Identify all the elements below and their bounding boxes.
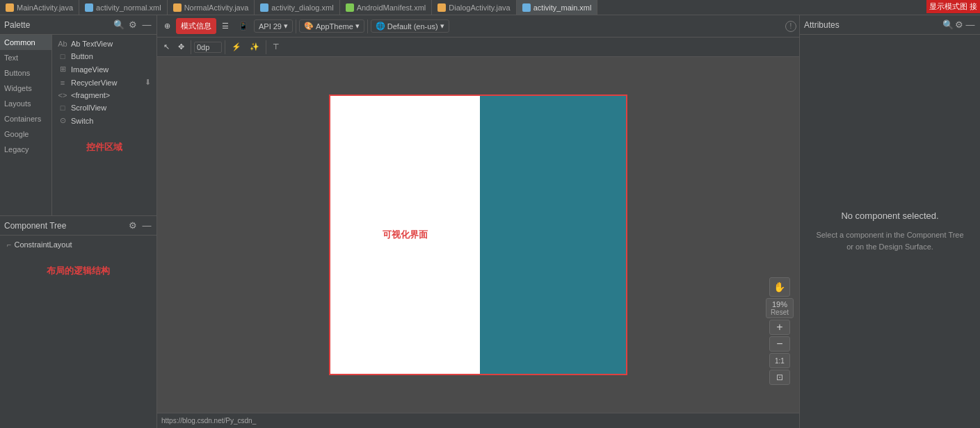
fragment-icon: <>	[58, 91, 67, 99]
manifest-icon	[346, 3, 354, 12]
java-icon-3	[437, 3, 446, 12]
toolbar-sep-2	[367, 19, 368, 33]
recyclerview-icon: ≡	[58, 79, 67, 87]
palette-cat-layouts[interactable]: Layouts	[0, 96, 51, 111]
tree-constraint-icon: ⌐	[7, 240, 11, 249]
tree-area-label: 布局的逻辑结构	[4, 251, 152, 291]
attributes-settings-icon[interactable]: ⚙	[954, 19, 965, 31]
device-frame: 可视化界面	[329, 94, 627, 375]
design-toolbar: ⊕ 模式信息 ☰ 📱 API 29 ▾ 🎨 AppTheme ▾	[157, 15, 799, 38]
attributes-content: No component selected. Select a componen…	[800, 35, 980, 428]
palette-settings-icon[interactable]: ⚙	[127, 19, 138, 31]
palette-item-imageview[interactable]: ⊞ ImageView	[55, 63, 154, 76]
palette-items-list: Ab Ab TextView □ Button ⊞ ImageView ≡ Re…	[52, 35, 156, 215]
palette-header: Palette 🔍 ⚙ —	[0, 15, 156, 35]
zoom-plus-button[interactable]: +	[769, 320, 790, 335]
xml-icon-3	[522, 3, 531, 12]
zoom-fit-button[interactable]: ⊡	[769, 370, 790, 385]
java-icon-2	[173, 3, 182, 12]
apptheme-chevron: ▾	[355, 22, 360, 31]
palette-item-button[interactable]: □ Button	[55, 50, 154, 63]
sub-sep-3	[266, 40, 266, 54]
palette-content: Common Text Buttons Widgets Layouts Cont…	[0, 35, 156, 215]
textview-icon: Ab	[58, 40, 67, 48]
tab-activity-normal[interactable]: activity_normal.xml	[79, 0, 168, 15]
switch-label: Switch	[71, 117, 93, 125]
palette-categories: Common Text Buttons Widgets Layouts Cont…	[0, 35, 52, 215]
scrollview-icon: □	[58, 104, 67, 112]
palette-search-icon[interactable]: 🔍	[113, 19, 124, 31]
sub-constraint-icon[interactable]: ⚡	[228, 41, 245, 53]
tab-dialogactivity[interactable]: DialogActivity.java	[432, 0, 516, 15]
api-value: 29	[273, 22, 282, 31]
palette-cat-google[interactable]: Google	[0, 126, 51, 142]
zoom-minus-button[interactable]: −	[769, 336, 790, 352]
palette-area-label: 控件区域	[55, 127, 154, 167]
tree-item-constraint[interactable]: ⌐ ConstraintLayout	[4, 238, 152, 251]
tab-activity-dialog[interactable]: activity_dialog.xml	[255, 0, 339, 15]
toolbar-apptheme-dropdown[interactable]: 🎨 AppTheme ▾	[299, 19, 364, 33]
zoom-ratio-button[interactable]: 1:1	[769, 353, 790, 368]
imageview-label: ImageView	[71, 65, 109, 74]
button-label: Button	[71, 52, 93, 60]
toolbar-api-dropdown[interactable]: API 29 ▾	[254, 19, 293, 33]
palette-minimize-icon[interactable]: —	[141, 19, 152, 31]
xml-icon-2	[260, 3, 268, 12]
sub-select-icon[interactable]: ↖	[160, 41, 173, 53]
tab-mainactivity[interactable]: MainActivity.java	[0, 0, 79, 15]
zoom-box[interactable]: 19% Reset	[766, 298, 794, 318]
palette-cat-common[interactable]: Common	[0, 35, 51, 50]
palette-cat-buttons[interactable]: Buttons	[0, 65, 51, 81]
attributes-minimize-icon[interactable]: —	[965, 19, 976, 31]
toolbar-mode-btn[interactable]: 模式信息	[176, 18, 216, 34]
toolbar-orientation-icon[interactable]: ☰	[218, 19, 233, 33]
java-icon	[6, 3, 14, 12]
palette-item-switch[interactable]: ⊙ Switch	[55, 114, 154, 127]
palette-item-scrollview[interactable]: □ ScrollView	[55, 101, 154, 114]
attributes-search-icon[interactable]: 🔍	[942, 19, 954, 31]
download-icon[interactable]: ⬇	[145, 78, 151, 87]
palette-item-fragment[interactable]: <> <fragment>	[55, 89, 154, 101]
sub-sep-1	[191, 40, 191, 54]
tree-header-icons: ⚙ —	[127, 220, 152, 231]
palette-cat-widgets[interactable]: Widgets	[0, 81, 51, 96]
recyclerview-label: RecyclerView	[71, 79, 117, 87]
component-tree-section: Component Tree ⚙ — ⌐ ConstraintLayout 布局…	[0, 216, 156, 428]
xml-icon	[85, 3, 93, 12]
palette-cat-legacy[interactable]: Legacy	[0, 142, 51, 157]
toolbar-sep-1	[296, 19, 296, 33]
tab-bar: MainActivity.java activity_normal.xml No…	[0, 0, 980, 15]
api-label: API	[259, 22, 271, 31]
tab-normalactivity[interactable]: NormalActivity.java	[168, 0, 255, 15]
palette-title: Palette	[4, 20, 113, 30]
palette-item-textview[interactable]: Ab Ab TextView	[55, 38, 154, 50]
zoom-percent: 19%	[771, 300, 789, 308]
sub-pan-icon[interactable]: ✥	[175, 41, 188, 53]
component-tree-header: Component Tree ⚙ —	[0, 216, 156, 236]
tree-settings-icon[interactable]: ⚙	[127, 220, 138, 231]
screen-right	[480, 96, 626, 374]
zoom-controls: ✋ 19% Reset + − 1:1 ⊡	[766, 277, 794, 385]
tree-constraint-label: ConstraintLayout	[14, 240, 72, 249]
palette-cat-text[interactable]: Text	[0, 50, 51, 65]
zoom-hand-button[interactable]: ✋	[769, 277, 790, 297]
tab-androidmanifest[interactable]: AndroidManifest.xml	[340, 0, 433, 15]
api-chevron: ▾	[284, 22, 288, 31]
toolbar-locale-dropdown[interactable]: 🌐 Default (en-us) ▾	[371, 19, 449, 33]
sub-magic-icon[interactable]: ✨	[246, 41, 263, 53]
scrollview-label: ScrollView	[71, 104, 106, 112]
palette-cat-containers[interactable]: Containers	[0, 111, 51, 126]
palette-item-recyclerview[interactable]: ≡ RecyclerView ⬇	[55, 76, 154, 89]
tab-activity-main[interactable]: activity_main.xml	[517, 0, 598, 15]
sub-align-icon[interactable]: ⊤	[269, 41, 283, 53]
screen-left: 可视化界面	[330, 96, 480, 374]
margin-input[interactable]	[194, 42, 222, 53]
button-icon: □	[58, 52, 67, 60]
toolbar-mode-icon[interactable]: ⊕	[160, 19, 175, 33]
toolbar-pixel-icon[interactable]: 📱	[234, 19, 252, 33]
switch-icon: ⊙	[58, 116, 67, 125]
attributes-header: Attributes 🔍 ⚙ —	[800, 15, 980, 35]
info-icon[interactable]: !	[785, 21, 796, 32]
tree-minimize-icon[interactable]: —	[141, 220, 152, 231]
fragment-label: <fragment>	[71, 91, 110, 99]
